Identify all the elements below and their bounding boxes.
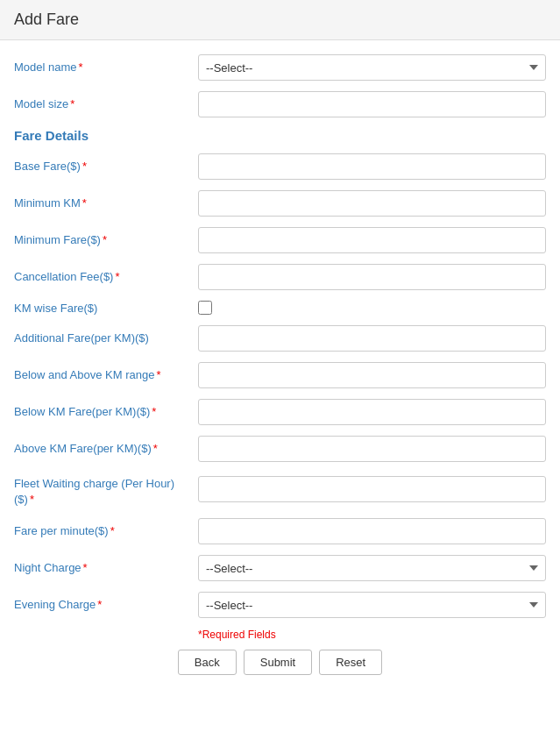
km-wise-fare-checkbox[interactable] (198, 301, 212, 315)
additional-fare-input[interactable] (198, 325, 546, 352)
model-name-row: Model name* --Select-- (14, 54, 546, 81)
below-km-fare-input[interactable] (198, 399, 546, 425)
model-size-input[interactable] (198, 91, 546, 117)
base-fare-input[interactable] (198, 153, 546, 180)
below-km-fare-label: Below KM Fare(per KM)($)* (14, 404, 198, 420)
model-size-label: Model size* (14, 96, 198, 112)
cancellation-fee-row: Cancellation Fee($)* (14, 264, 546, 290)
button-row: Back Submit Reset (14, 650, 546, 675)
page-header: Add Fare (0, 0, 560, 40)
night-charge-label: Night Charge* (14, 560, 198, 576)
evening-charge-label: Evening Charge* (14, 597, 198, 613)
fleet-waiting-row: Fleet Waiting charge (Per Hour)($)* (14, 473, 546, 508)
back-button[interactable]: Back (178, 650, 237, 675)
submit-button[interactable]: Submit (244, 650, 312, 675)
below-km-fare-row: Below KM Fare(per KM)($)* (14, 399, 546, 425)
night-charge-row: Night Charge* --Select-- (14, 555, 546, 581)
reset-button[interactable]: Reset (319, 650, 382, 675)
fare-per-minute-label: Fare per minute($)* (14, 523, 198, 539)
fare-details-section-title: Fare Details (14, 128, 546, 143)
base-fare-label: Base Fare($)* (14, 159, 198, 174)
additional-fare-row: Additional Fare(per KM)($) (14, 325, 546, 352)
form-container: Model name* --Select-- Model size* Fare … (0, 40, 560, 689)
below-above-km-input[interactable] (198, 362, 546, 388)
evening-charge-row: Evening Charge* --Select-- (14, 592, 546, 618)
km-wise-fare-label: KM wise Fare($) (14, 302, 198, 315)
additional-fare-label: Additional Fare(per KM)($) (14, 330, 198, 346)
above-km-fare-input[interactable] (198, 436, 546, 462)
minimum-fare-label: Minimum Fare($)* (14, 232, 198, 248)
fare-per-minute-row: Fare per minute($)* (14, 518, 546, 544)
minimum-fare-input[interactable] (198, 227, 546, 253)
evening-charge-select[interactable]: --Select-- (198, 592, 546, 618)
above-km-fare-row: Above KM Fare(per KM)($)* (14, 436, 546, 462)
model-size-row: Model size* (14, 91, 546, 117)
night-charge-select[interactable]: --Select-- (198, 555, 546, 581)
model-name-label: Model name* (14, 60, 198, 75)
page-title: Add Fare (14, 11, 546, 29)
fare-per-minute-input[interactable] (198, 518, 546, 544)
cancellation-fee-label: Cancellation Fee($)* (14, 269, 198, 285)
required-fields-note: *Required Fields (198, 629, 546, 641)
km-wise-fare-row: KM wise Fare($) (14, 301, 546, 315)
minimum-km-label: Minimum KM* (14, 195, 198, 211)
below-above-km-row: Below and Above KM range* (14, 362, 546, 388)
cancellation-fee-input[interactable] (198, 264, 546, 290)
minimum-fare-row: Minimum Fare($)* (14, 227, 546, 253)
above-km-fare-label: Above KM Fare(per KM)($)* (14, 441, 198, 457)
model-name-select[interactable]: --Select-- (198, 54, 546, 81)
below-above-km-label: Below and Above KM range* (14, 367, 198, 383)
minimum-km-row: Minimum KM* (14, 190, 546, 217)
minimum-km-input[interactable] (198, 190, 546, 217)
fleet-waiting-label: Fleet Waiting charge (Per Hour)($)* (14, 476, 198, 508)
fleet-waiting-input[interactable] (198, 476, 546, 502)
base-fare-row: Base Fare($)* (14, 153, 546, 180)
